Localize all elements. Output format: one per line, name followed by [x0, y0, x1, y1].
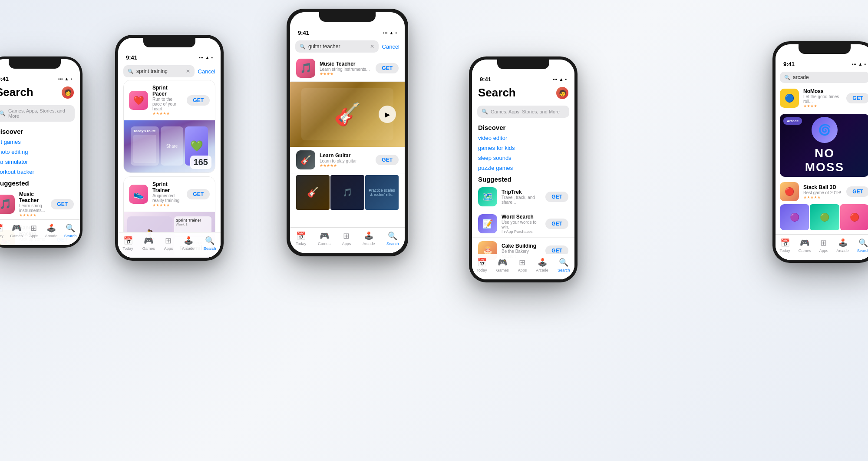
tab-bar-4: 📅Today 🎮Games ⊞Apps 🕹️Arcade 🔍Search [472, 254, 574, 279]
tab-games-5[interactable]: 🎮Games [799, 238, 811, 253]
nomoss-rating: ★★★★ [803, 104, 842, 108]
page-title-4: Search 🧑 [472, 84, 574, 103]
search-bar-1[interactable]: 🔍 Games, Apps, Stories, and More [0, 105, 75, 122]
discover-link-car[interactable]: car simulator [0, 157, 80, 167]
app-icon-sprint-pacer: ❤️ [129, 91, 148, 110]
tab-today-1[interactable]: 📅Today [0, 223, 3, 238]
arcade-search-bar[interactable]: 🔍 arcade [780, 72, 868, 83]
cancel-btn-3[interactable]: Cancel [382, 43, 399, 50]
status-icons-4: ▪▪▪ ▲ ▪ [553, 77, 567, 82]
tab-search-5[interactable]: 🔍Search [857, 238, 868, 253]
wifi-icon-2: ▲ [205, 55, 210, 60]
tab-today-5[interactable]: 📅Today [780, 238, 790, 253]
tab-arcade-2[interactable]: 🕹️Arcade [182, 236, 195, 251]
tab-search-4[interactable]: 🔍Search [558, 258, 570, 272]
search-icon-3: 🔍 [300, 44, 306, 50]
clear-icon-2[interactable]: ✕ [186, 68, 190, 74]
tab-search-1[interactable]: 🔍Search [64, 223, 77, 238]
suggested-title-4: Suggested [472, 173, 574, 184]
status-time-2: 9:41 [126, 54, 137, 61]
tab-apps-1[interactable]: ⊞Apps [30, 223, 39, 238]
tab-today-4[interactable]: 📅Today [477, 258, 487, 272]
tab-apps-2[interactable]: ⊞Apps [164, 236, 173, 251]
get-btn-learn-guitar[interactable]: GET [376, 155, 399, 165]
tab-games-2[interactable]: 🎮Games [142, 236, 155, 251]
guitar-ss-3: Practice scales & rockin' riffs. [365, 175, 399, 210]
today-icon-3: 📅 [296, 231, 306, 241]
phone-5: 9:41 ▪▪▪ ▲ ▪ 🔍 arcade 🔵 NoMoss [772, 41, 868, 263]
app-row-music-teacher-3: 🎵 Music Teacher Learn string instruments… [290, 55, 405, 82]
get-btn-sprint-trainer[interactable]: GET [187, 189, 210, 199]
tab-bar-2: 📅Today 🎮Games ⊞Apps 🕹️Arcade 🔍Search [118, 232, 221, 258]
sprint-trainer-desc: Augmented reality training [152, 193, 182, 203]
tab-arcade-4[interactable]: 🕹️Arcade [536, 258, 548, 272]
suggested-title-1: Suggested [0, 177, 80, 188]
signal-icon-4: ▪▪▪ [553, 77, 558, 82]
app-row-word: 📝 Word Search Use your words to win. In-… [472, 210, 574, 238]
games-icon-4: 🎮 [498, 258, 507, 267]
stack-ss-3: 🔴 [840, 204, 868, 230]
app-icon-stackball: 🔴 [780, 182, 799, 201]
get-btn-music-3[interactable]: GET [376, 63, 399, 73]
search-bar-4[interactable]: 🔍 Games, Apps, Stories, and More [477, 106, 569, 118]
stackball-name: Stack Ball 3D [803, 184, 842, 190]
learn-guitar-rating: ★★★★★ [320, 163, 371, 168]
tab-search-2[interactable]: 🔍Search [204, 236, 216, 251]
search-with-cancel-3: 🔍 guitar teacher ✕ Cancel [295, 40, 399, 53]
status-bar-3: 9:41 ▪▪▪ ▲ ▪ [290, 25, 405, 38]
apps-icon-2: ⊞ [165, 236, 172, 245]
sprint-pacer-desc: Run to the pace of your heart [152, 97, 182, 111]
search-field-2[interactable]: 🔍 sprint training ✕ [123, 65, 195, 77]
app-info-sprint-trainer: Sprint Trainer Augmented reality trainin… [152, 181, 182, 207]
app-info-nomoss: NoMoss Let the good times roll... ★★★★ [803, 88, 842, 108]
discover-link-puzzle[interactable]: puzzle games [472, 163, 574, 173]
discover-link-photo[interactable]: photo editing [0, 147, 80, 157]
tab-search-3[interactable]: 🔍Search [386, 231, 399, 246]
phone-4: 9:41 ▪▪▪ ▲ ▪ Search 🧑 🔍 Games, Apps, Sto… [469, 56, 578, 282]
search-field-3[interactable]: 🔍 guitar teacher ✕ [295, 40, 379, 53]
tab-apps-3[interactable]: ⊞Apps [342, 231, 351, 246]
get-btn-sprint-pacer[interactable]: GET [187, 95, 210, 106]
music-teacher-rating-3: ★★★★ [320, 72, 371, 76]
play-btn-banner[interactable]: ▶ [379, 106, 396, 123]
tab-games-1[interactable]: 🎮Games [10, 223, 23, 238]
tab-arcade-1[interactable]: 🕹️Arcade [45, 223, 58, 238]
arcade-icon-1: 🕹️ [46, 223, 56, 233]
tab-apps-5[interactable]: ⊞Apps [819, 238, 828, 253]
tab-today-3[interactable]: 📅Today [296, 231, 306, 246]
cancel-btn-2[interactable]: Cancel [198, 68, 215, 75]
learn-guitar-name: Learn Guitar [320, 153, 371, 159]
get-btn-stackball[interactable]: GET [846, 186, 868, 197]
app-info-music-1: Music Teacher Learn string instruments..… [19, 191, 46, 217]
get-btn-nomoss[interactable]: GET [846, 93, 868, 103]
wifi-icon-3: ▲ [389, 30, 394, 35]
discover-link-video[interactable]: video editor [472, 133, 574, 143]
app-icon-learn-guitar: 🎸 [296, 150, 315, 169]
status-bar-5: 9:41 ▪▪▪ ▲ ▪ [776, 56, 868, 69]
get-btn-music-1[interactable]: GET [51, 199, 74, 209]
tab-games-3[interactable]: 🎮Games [318, 231, 330, 246]
app-icon-trip: 🗺️ [478, 187, 497, 206]
tab-arcade-3[interactable]: 🕹️Arcade [363, 231, 375, 246]
tab-arcade-5[interactable]: 🕹️Arcade [836, 238, 849, 253]
trip-desc: Travel, track, and share... [502, 195, 541, 205]
tab-today-2[interactable]: 📅Today [123, 236, 133, 251]
clear-icon-3[interactable]: ✕ [370, 43, 374, 50]
discover-link-workout[interactable]: workout tracker [0, 167, 80, 177]
app-icon-word: 📝 [478, 214, 497, 233]
status-time-3: 9:41 [298, 30, 309, 36]
get-btn-trip[interactable]: GET [545, 192, 568, 202]
guitar-screenshots-grid: 🎸 🎵 Practice scales & rockin' riffs. [296, 175, 399, 210]
games-icon-3: 🎮 [320, 231, 329, 241]
search-query-2: sprint training [136, 68, 168, 74]
nomoss-logo: 🌀 [812, 117, 838, 143]
avatar-4: 🧑 [556, 87, 568, 99]
discover-link-art-games[interactable]: art games [0, 137, 80, 147]
discover-link-sleep[interactable]: sleep sounds [472, 153, 574, 163]
discover-link-kids[interactable]: games for kids [472, 143, 574, 153]
battery-icon-4: ▪ [565, 77, 567, 82]
tab-apps-4[interactable]: ⊞Apps [518, 258, 527, 272]
search-placeholder-1: Games, Apps, Stories, and More [8, 108, 70, 119]
tab-games-4[interactable]: 🎮Games [496, 258, 509, 272]
get-btn-word[interactable]: GET [545, 219, 568, 229]
